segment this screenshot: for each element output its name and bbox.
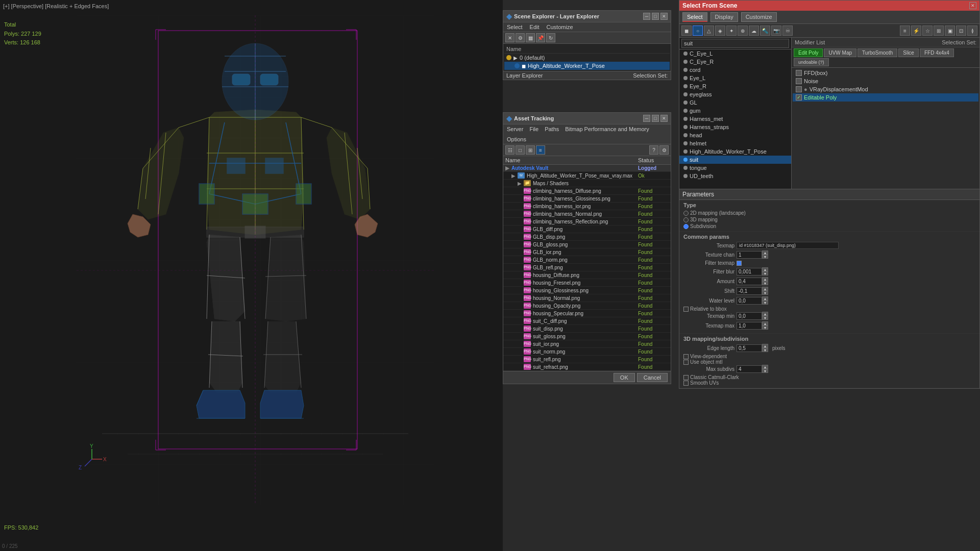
sfs-close-button[interactable]: ✕ — [969, 2, 976, 9]
shift-arrows[interactable]: ▲ ▼ — [762, 287, 768, 295]
file-row[interactable]: PNG suit_C_diff.png Found — [503, 317, 671, 325]
mod-item-noise[interactable]: Noise — [793, 77, 978, 85]
filter-button[interactable]: ⚙ — [516, 33, 525, 42]
txmin-arrows[interactable]: ▲ ▼ — [762, 312, 768, 320]
menu-edit[interactable]: Edit — [528, 23, 541, 31]
menu-options[interactable]: Options — [505, 136, 528, 143]
file-row[interactable]: PNG suit_ior.png Found — [503, 340, 671, 348]
refresh-button[interactable]: ↻ — [546, 33, 555, 42]
mod-slice[interactable]: Slice — [898, 48, 919, 57]
type-subdiv-radio[interactable]: Subdivision — [683, 223, 716, 229]
menu-bitmap-perf[interactable]: Bitmap Performance and Memory — [564, 126, 650, 133]
sfs-tool-5[interactable]: ✦ — [726, 26, 737, 36]
asset-help[interactable]: ? — [649, 145, 658, 155]
object-list-item[interactable]: helmet — [679, 139, 791, 147]
asset-folder-row[interactable]: ▶ 📁 Maps / Shaders — [503, 180, 671, 187]
texture-chan-spinner[interactable]: ▲ ▼ — [737, 251, 768, 259]
expand-button[interactable]: ▦ — [526, 33, 535, 42]
filter-blur-down[interactable]: ▼ — [762, 271, 768, 276]
file-row[interactable]: PNG suit_refl.png Found — [503, 356, 671, 363]
txmax-arrows[interactable]: ▲ ▼ — [762, 321, 768, 330]
asset-close-button[interactable]: ✕ — [660, 115, 668, 122]
file-row[interactable]: PNG GLB_refl.png Found — [503, 264, 671, 271]
txmax-down[interactable]: ▼ — [762, 325, 768, 330]
object-list-item[interactable]: Harness_straps — [679, 123, 791, 131]
file-row[interactable]: PNG GLB_norm.png Found — [503, 256, 671, 264]
file-row[interactable]: PNG GLB_disp.png Found — [503, 233, 671, 241]
tab-customize[interactable]: Customize — [741, 12, 777, 22]
asset-minimize-button[interactable]: ─ — [643, 115, 650, 122]
object-list-item[interactable]: Harness_met — [679, 115, 791, 123]
type-2d-radio[interactable]: 2D mapping (landscape) — [683, 210, 746, 216]
filter-blur-up[interactable]: ▲ — [762, 267, 768, 271]
asset-max-file-row[interactable]: ▶ M High_Altitude_Worker_T_Pose_max_vray… — [503, 172, 671, 180]
object-list-item[interactable]: eyeglass — [679, 90, 791, 98]
view-dependent-checkbox[interactable] — [683, 354, 689, 359]
file-row[interactable]: PNG suit_refract.png Found — [503, 363, 671, 371]
sfs-tool-1[interactable]: ◼ — [681, 26, 692, 36]
relative-bbox-checkbox[interactable] — [683, 307, 689, 312]
asset-settings[interactable]: ⚙ — [659, 145, 669, 155]
file-row[interactable]: PNG housing_Normal.png Found — [503, 294, 671, 302]
object-list-item[interactable]: tongue — [679, 164, 791, 172]
file-row[interactable]: PNG suit_disp.png Found — [503, 325, 671, 333]
water-down[interactable]: ▼ — [762, 300, 768, 305]
tree-item-default-layer[interactable]: ▶ 0 (default) — [504, 54, 670, 62]
asset-maximize-button[interactable]: □ — [652, 115, 659, 122]
edge-up[interactable]: ▲ — [762, 344, 768, 348]
asset-ok-button[interactable]: OK — [614, 373, 635, 382]
menu-paths[interactable]: Paths — [543, 126, 560, 133]
sfs-tool-6[interactable]: ⊕ — [738, 26, 748, 36]
object-list-item[interactable]: Eye_R — [679, 82, 791, 90]
object-list-item[interactable]: UD_teeth — [679, 172, 791, 180]
object-list-item[interactable]: Eye_L — [679, 74, 791, 82]
file-row[interactable]: PNG suit_gloss.png Found — [503, 333, 671, 340]
max-subdivs-spinner[interactable]: ▲ ▼ — [737, 365, 768, 373]
file-row[interactable]: PNG GLB_gloss.png Found — [503, 241, 671, 248]
file-row[interactable]: PNG suit_norm.png Found — [503, 348, 671, 356]
edge-length-spinner[interactable]: ▲ ▼ — [737, 344, 768, 352]
object-list-item[interactable]: C_Eye_R — [679, 58, 791, 66]
txmin-down[interactable]: ▼ — [762, 316, 768, 320]
file-row[interactable]: PNG housing_Fresnel.png Found — [503, 279, 671, 287]
file-row[interactable]: PNG climbing_harness_Glossiness.png Foun… — [503, 195, 671, 203]
file-row[interactable]: PNG housing_Glossiness.png Found — [503, 287, 671, 294]
file-row[interactable]: PNG climbing_harness_Normal.png Found — [503, 210, 671, 218]
sfs-tool-filter4[interactable]: ⊞ — [934, 26, 944, 36]
edge-arrows[interactable]: ▲ ▼ — [762, 344, 768, 352]
mod-turbos[interactable]: TurboSmooth — [857, 48, 897, 57]
amount-down[interactable]: ▼ — [762, 281, 768, 285]
asset-tool-4[interactable]: ≡ — [536, 145, 545, 155]
object-list-item[interactable]: cord — [679, 66, 791, 74]
file-row[interactable]: PNG GLB_diff.png Found — [503, 226, 671, 233]
water-level-arrows[interactable]: ▲ ▼ — [762, 296, 768, 305]
asset-tool-2[interactable]: □ — [516, 145, 525, 155]
sfs-tool-4[interactable]: ◈ — [715, 26, 725, 36]
edge-down[interactable]: ▼ — [762, 348, 768, 352]
sfs-tool-filter2[interactable]: ⚡ — [911, 26, 921, 36]
object-list-item[interactable]: head — [679, 131, 791, 139]
object-list-item[interactable]: gum — [679, 107, 791, 115]
sfs-tool-10[interactable]: ♾ — [782, 26, 793, 36]
sfs-tool-filter6[interactable]: ⊡ — [956, 26, 966, 36]
menu-file[interactable]: File — [528, 126, 540, 133]
tab-display[interactable]: Display — [710, 12, 738, 22]
maxsub-arrows[interactable]: ▲ ▼ — [762, 365, 768, 373]
file-row[interactable]: PNG housing_Diffuse.png Found — [503, 271, 671, 279]
object-list-item[interactable]: GL — [679, 98, 791, 107]
maximize-button[interactable]: □ — [652, 13, 659, 20]
amount-up[interactable]: ▲ — [762, 277, 768, 281]
asset-tool-3[interactable]: ⊞ — [526, 145, 535, 155]
object-list-item[interactable]: suit — [679, 156, 791, 164]
use-object-mtl-checkbox[interactable] — [683, 360, 689, 365]
spinner-arrows[interactable]: ▲ ▼ — [762, 251, 768, 259]
sfs-tool-9[interactable]: 📷 — [771, 26, 781, 36]
filter-blur-arrows[interactable]: ▲ ▼ — [762, 267, 768, 276]
minimize-button[interactable]: ─ — [643, 13, 650, 20]
sfs-tool-filter3[interactable]: ☆ — [922, 26, 933, 36]
sfs-tool-7[interactable]: ☁ — [749, 26, 759, 36]
sfs-tool-filter5[interactable]: ▣ — [945, 26, 955, 36]
mod-uvw-map[interactable]: UVW Map — [824, 48, 856, 57]
mod-edit-poly[interactable]: Edit Poly — [794, 48, 823, 57]
file-row[interactable]: PNG GLB_ior.png Found — [503, 248, 671, 256]
